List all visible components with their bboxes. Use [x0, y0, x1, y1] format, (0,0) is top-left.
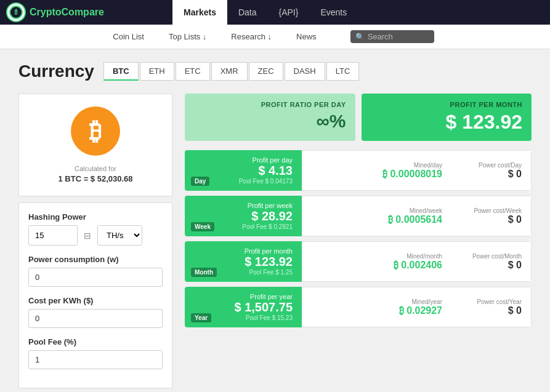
mining-form: Hashing Power ⊟ TH/s GH/s MH/s KH/s Powe…: [18, 202, 172, 388]
profit-value: $ 123.92: [194, 255, 293, 269]
period-badge: Week: [191, 222, 214, 231]
hashing-power-group: Hashing Power ⊟ TH/s GH/s MH/s KH/s: [28, 212, 163, 246]
stats-row-day: Profit per day $ 4.13 Pool Fee $ 0.04173…: [185, 150, 532, 191]
left-panel: ₿ Calculated for 1 BTC = $ 52,030.68 Has…: [18, 94, 172, 388]
logo-text: CryptoCompare: [30, 7, 104, 18]
calc-for-label: Calculated for: [31, 165, 160, 172]
profit-label: Profit per day: [194, 156, 293, 164]
hashing-unit-select[interactable]: TH/s GH/s MH/s KH/s: [97, 225, 142, 246]
stats-left-month: Profit per month $ 123.92 Pool Fee $ 1.2…: [185, 241, 302, 282]
tab-ltc[interactable]: LTC: [326, 62, 360, 81]
pool-fee-input[interactable]: [28, 350, 163, 369]
main-nav: Markets Data {API} Events: [172, 0, 358, 25]
hashing-power-row: ⊟ TH/s GH/s MH/s KH/s: [28, 225, 163, 246]
power-cost-label: Power cost/Month: [472, 253, 522, 260]
btc-logo: ₿: [71, 106, 120, 156]
mined-value: ₿ 0.02927: [399, 305, 442, 316]
pool-fee-group: Pool Fee (%): [28, 337, 163, 369]
cost-kwh-label: Cost per KWh ($): [28, 296, 163, 305]
profit-ratio-value: ∞%: [194, 111, 346, 132]
power-cost-label: Power cost/Day: [479, 162, 522, 169]
main-content: Currency BTC ETH ETC XMR ZEC DASH LTC ₿ …: [0, 49, 550, 392]
power-cost-value: $ 0: [508, 305, 522, 316]
profit-month-card: PROFIT PER MONTH $ 123.92: [362, 94, 532, 141]
subnav-coinlist[interactable]: Coin List: [110, 25, 147, 49]
stats-left-year: Profit per year $ 1,507.75 Pool Fee $ 15…: [185, 287, 302, 327]
subnav-toplists[interactable]: Top Lists ↓: [166, 25, 209, 49]
profit-value: $ 28.92: [194, 209, 293, 223]
subnav-news[interactable]: News: [293, 25, 320, 49]
right-panel: PROFIT RATIO PER DAY ∞% PROFIT PER MONTH…: [185, 94, 532, 388]
profit-ratio-card: PROFIT RATIO PER DAY ∞%: [185, 94, 355, 141]
power-consumption-label: Power consumption (w): [28, 255, 163, 264]
sub-nav: Coin List Top Lists ↓ Research ↓ News 🔍: [0, 25, 550, 49]
btc-price: 1 BTC = $ 52,030.68: [31, 174, 160, 183]
profit-summary-cards: PROFIT RATIO PER DAY ∞% PROFIT PER MONTH…: [185, 94, 532, 141]
mined-value: ₿ 0.00008019: [382, 169, 442, 180]
power-cost-value: $ 0: [508, 214, 522, 225]
nav-events[interactable]: Events: [309, 0, 358, 25]
profit-label: Profit per year: [194, 293, 293, 300]
logo[interactable]: ₿ CryptoCompare: [6, 2, 172, 22]
profit-value: $ 1,507.75: [194, 300, 293, 314]
pool-fee-label: Pool Fee (%): [28, 337, 163, 346]
nav-markets[interactable]: Markets: [172, 0, 227, 25]
mined-label: Mined/week: [410, 207, 442, 214]
content-grid: ₿ Calculated for 1 BTC = $ 52,030.68 Has…: [18, 94, 532, 388]
cost-kwh-input[interactable]: [28, 309, 163, 328]
logo-icon-inner: ₿: [9, 6, 23, 19]
stats-row-year: Profit per year $ 1,507.75 Pool Fee $ 15…: [185, 287, 532, 327]
tab-xmr[interactable]: XMR: [211, 62, 248, 81]
coin-card: ₿ Calculated for 1 BTC = $ 52,030.68: [18, 94, 172, 196]
tab-eth[interactable]: ETH: [140, 62, 174, 81]
stats-right-week: Power cost/Week $ 0: [451, 196, 532, 236]
stats-row-week: Profit per week $ 28.92 Pool Fee $ 0.292…: [185, 196, 532, 236]
hashing-power-label: Hashing Power: [28, 212, 163, 222]
mined-value: ₿ 0.0005614: [388, 214, 442, 225]
tab-dash[interactable]: DASH: [285, 62, 325, 81]
stats-mid-month: Mined/month ₿ 0.002406: [302, 241, 451, 282]
power-cost-label: Power cost/Week: [474, 207, 522, 214]
profit-ratio-label: PROFIT RATIO PER DAY: [194, 101, 346, 108]
stats-right-month: Power cost/Month $ 0: [451, 241, 532, 282]
stats-left-day: Profit per day $ 4.13 Pool Fee $ 0.04173…: [185, 150, 302, 191]
stats-mid-year: Mined/year ₿ 0.02927: [302, 287, 451, 327]
tab-etc[interactable]: ETC: [176, 62, 210, 81]
power-cost-value: $ 0: [508, 260, 522, 271]
power-cost-label: Power cost/Year: [477, 298, 522, 305]
profit-label: Profit per month: [194, 247, 293, 255]
stats-left-week: Profit per week $ 28.92 Pool Fee $ 0.292…: [185, 196, 302, 236]
tab-btc[interactable]: BTC: [103, 62, 139, 81]
mined-label: Mined/day: [414, 162, 442, 169]
profit-month-value: $ 123.92: [371, 111, 523, 134]
profit-label: Profit per week: [194, 202, 293, 209]
search-box[interactable]: 🔍: [350, 30, 434, 43]
period-badge: Day: [191, 177, 209, 186]
currency-tabs: BTC ETH ETC XMR ZEC DASH LTC: [103, 62, 359, 81]
power-cost-value: $ 0: [508, 169, 522, 180]
nav-data[interactable]: Data: [227, 0, 268, 25]
stats-mid-week: Mined/week ₿ 0.0005614: [302, 196, 451, 236]
search-icon: 🔍: [355, 33, 365, 41]
page-title: Currency: [18, 62, 94, 81]
power-consumption-input[interactable]: [28, 268, 163, 287]
cost-kwh-group: Cost per KWh ($): [28, 296, 163, 328]
hashing-icon: ⊟: [81, 225, 94, 246]
stats-right-year: Power cost/Year $ 0: [451, 287, 532, 327]
stats-right-day: Power cost/Day $ 0: [451, 150, 532, 191]
mined-label: Mined/year: [412, 298, 442, 305]
profit-value: $ 4.13: [194, 164, 293, 178]
top-nav: ₿ CryptoCompare Markets Data {API} Event…: [0, 0, 550, 25]
period-badge: Year: [191, 313, 211, 322]
nav-api[interactable]: {API}: [268, 0, 310, 25]
mined-value: ₿ 0.002406: [394, 260, 442, 271]
hashing-power-input[interactable]: [28, 225, 78, 246]
subnav-research[interactable]: Research ↓: [228, 25, 275, 49]
search-input[interactable]: [368, 32, 429, 41]
currency-header: Currency BTC ETH ETC XMR ZEC DASH LTC: [18, 62, 532, 81]
tab-zec[interactable]: ZEC: [249, 62, 283, 81]
logo-icon: ₿: [6, 2, 26, 22]
power-consumption-group: Power consumption (w): [28, 255, 163, 287]
stats-mid-day: Mined/day ₿ 0.00008019: [302, 150, 451, 191]
mined-label: Mined/month: [406, 253, 442, 260]
